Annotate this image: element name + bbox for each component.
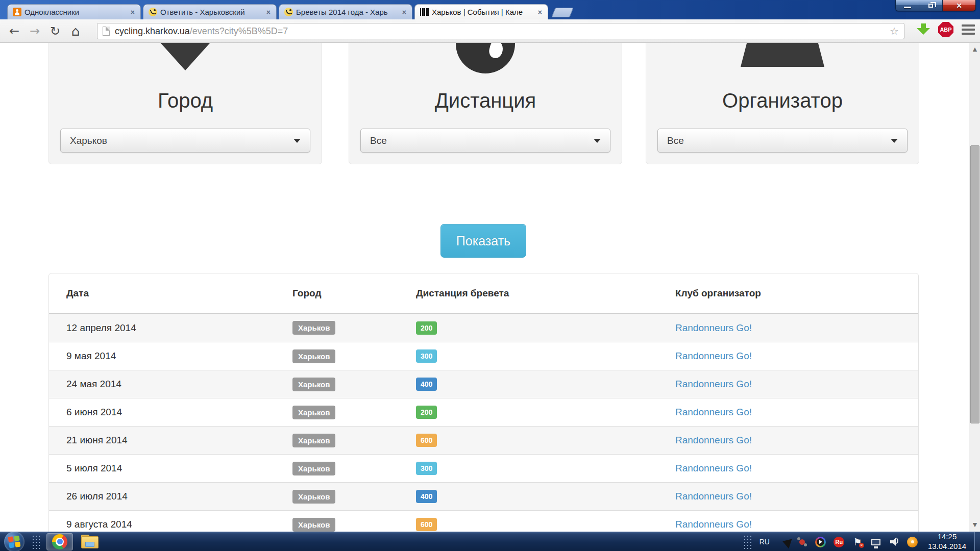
distance-badge: 400 (416, 490, 437, 503)
antivirus-icon[interactable] (907, 536, 918, 547)
address-bar[interactable]: cycling.kharkov.ua/events?city%5B%5D=7 ☆ (97, 23, 904, 39)
city-badge: Харьков (292, 406, 335, 419)
browser-tab-4[interactable]: Харьков | События | Кале× (414, 4, 548, 19)
organizer-select-value: Все (667, 135, 891, 146)
distance-badge: 400 (416, 378, 437, 391)
club-link[interactable]: Randonneurs Go! (675, 463, 752, 473)
city-select[interactable]: Харьков (60, 129, 310, 153)
taskbar-clock[interactable]: 14:25 13.04.2014 (928, 532, 966, 551)
back-button[interactable]: ← (4, 21, 24, 41)
cyclist-icon (149, 8, 157, 16)
event-row: 6 июня 2014Харьков200Randonneurs Go! (49, 398, 918, 426)
event-row: 5 июля 2014Харьков300Randonneurs Go! (49, 454, 918, 482)
close-button[interactable]: ✕ (943, 0, 975, 11)
volume-icon[interactable] (889, 536, 900, 547)
window-controls: ✕ (895, 0, 976, 11)
show-button[interactable]: Показать (440, 224, 526, 258)
tab-close-icon[interactable]: × (536, 8, 544, 16)
event-date: 9 августа 2014 (66, 519, 292, 530)
club-link[interactable]: Randonneurs Go! (675, 519, 752, 530)
language-indicator[interactable]: RU (760, 538, 770, 546)
browser-tab-3[interactable]: Бреветы 2014 года - Харь× (279, 4, 412, 19)
home-button[interactable]: ⌂ (65, 21, 86, 41)
download-extension-icon[interactable] (917, 23, 930, 36)
event-row: 26 июля 2014Харьков400Randonneurs Go! (49, 482, 918, 510)
molecule-icon[interactable] (797, 536, 808, 547)
event-row: 9 мая 2014Харьков300Randonneurs Go! (49, 342, 918, 370)
club-link[interactable]: Randonneurs Go! (675, 322, 752, 333)
clock-date: 13.04.2014 (928, 542, 966, 551)
city-badge: Харьков (292, 434, 335, 447)
tab-close-icon[interactable]: × (129, 8, 136, 16)
tab-strip: Одноклассники×Ответить - Харьковский×Бре… (7, 3, 572, 19)
filter-card-city: Город Харьков (48, 43, 322, 164)
club-link[interactable]: Randonneurs Go! (675, 350, 752, 361)
city-select-value: Харьков (70, 135, 293, 146)
web-page: Город Харьков Дистанция Все Организатор … (0, 43, 969, 532)
event-row: 9 августа 2014Харьков600Randonneurs Go! (49, 510, 918, 532)
event-row: 21 июня 2014Харьков600Randonneurs Go! (49, 426, 918, 454)
tab-close-icon[interactable]: × (401, 8, 408, 16)
tab-title: Ответить - Харьковский (160, 8, 262, 16)
chrome-menu-icon[interactable] (962, 24, 975, 35)
chrome-icon (52, 534, 67, 549)
scrollbar[interactable]: ▲ ▼ (969, 43, 980, 532)
bookmark-star-icon[interactable]: ☆ (890, 25, 899, 37)
header-city: Город (292, 288, 416, 299)
taskbar-chrome-button[interactable] (46, 533, 73, 550)
close-icon: ✕ (956, 2, 962, 9)
rutracker-icon[interactable]: Ru (834, 536, 845, 547)
distance-select[interactable]: Все (360, 129, 610, 153)
city-badge: Харьков (292, 490, 335, 504)
club-link[interactable]: Randonneurs Go! (675, 379, 752, 389)
city-badge: Харьков (292, 518, 335, 532)
map-marker-icon (158, 43, 213, 70)
restore-button[interactable] (919, 0, 943, 11)
organizer-select[interactable]: Все (657, 129, 908, 153)
distance-badge: 600 (416, 518, 437, 531)
tab-title: Бреветы 2014 года - Харь (296, 8, 398, 16)
event-row: 12 апреля 2014Харьков200Randonneurs Go! (49, 314, 918, 342)
tab-title: Харьков | События | Кале (432, 8, 533, 16)
event-date: 24 мая 2014 (66, 379, 292, 390)
scroll-up-icon[interactable]: ▲ (969, 43, 980, 56)
event-date: 12 апреля 2014 (66, 322, 292, 334)
clock-time: 14:25 (928, 532, 966, 542)
event-date: 6 июня 2014 (66, 407, 292, 418)
city-badge: Харьков (292, 378, 335, 391)
event-date: 26 июля 2014 (66, 491, 292, 502)
distance-select-value: Все (370, 135, 594, 146)
url-text: cycling.kharkov.ua/events?city%5B%5D=7 (115, 26, 288, 37)
barcode-icon (420, 8, 429, 16)
reload-button[interactable]: ↻ (45, 21, 65, 41)
club-link[interactable]: Randonneurs Go! (675, 407, 752, 417)
browser-tab-2[interactable]: Ответить - Харьковский× (143, 4, 277, 19)
event-date: 9 мая 2014 (66, 350, 292, 362)
quick-launch-grip (32, 535, 40, 549)
event-row: 24 мая 2014Харьков400Randonneurs Go! (49, 370, 918, 398)
taskbar-explorer-button[interactable] (76, 533, 104, 550)
caret-down-icon (891, 139, 898, 143)
show-desktop-button[interactable] (974, 532, 980, 551)
distance-badge: 300 (416, 462, 437, 475)
windows-logo-icon (8, 535, 21, 548)
club-link[interactable]: Randonneurs Go! (675, 491, 752, 502)
network-icon[interactable] (870, 536, 881, 547)
scroll-down-icon[interactable]: ▼ (969, 518, 980, 532)
flag-alert-icon[interactable]: ⚑ (852, 536, 863, 547)
ok-icon (13, 8, 21, 16)
cyclist-icon (284, 8, 293, 16)
megaphone-icon[interactable] (778, 536, 790, 547)
table-header-row: Дата Город Дистанция бревета Клуб органи… (49, 273, 918, 314)
forward-button[interactable]: → (24, 21, 45, 41)
filter-card-organizer: Организатор Все (646, 43, 919, 164)
browser-tab-1[interactable]: Одноклассники× (7, 4, 141, 19)
media-player-icon[interactable] (815, 536, 826, 547)
adblock-icon[interactable]: ABP (938, 22, 953, 37)
new-tab-button[interactable] (551, 8, 574, 17)
minimize-button[interactable] (896, 0, 919, 11)
club-link[interactable]: Randonneurs Go! (675, 435, 752, 445)
tab-close-icon[interactable]: × (265, 8, 272, 16)
scrollbar-thumb[interactable] (970, 145, 979, 423)
start-button[interactable] (4, 532, 24, 551)
